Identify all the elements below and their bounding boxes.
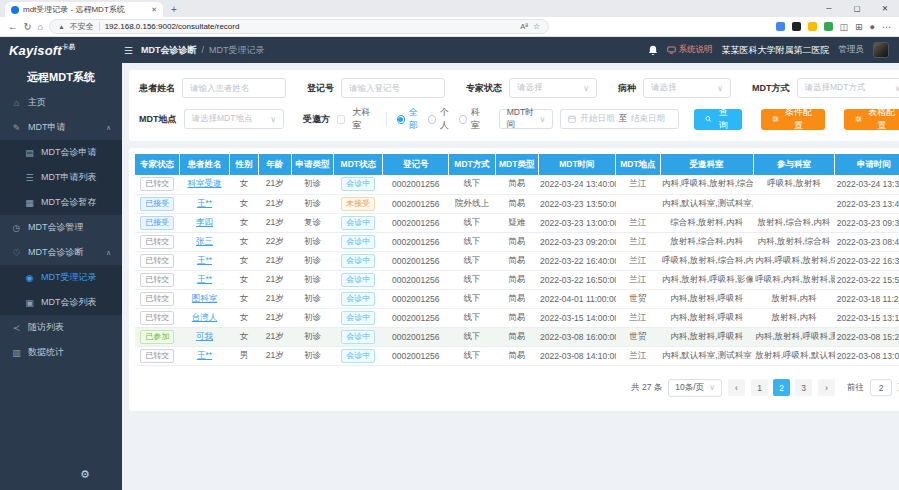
mdt-location-select[interactable]: 请选择MDT地点∨ [184,109,285,129]
registry-input[interactable] [341,78,445,98]
table-row[interactable]: 已接受 李四 女 21岁 复诊 会诊中 0002001256 线下 疑难 202… [135,213,899,232]
page-button-2[interactable]: 2 [773,379,790,396]
mdt-time-cell: 2022-03-23 09:20:00 [538,232,616,251]
tab-close-icon[interactable]: ✕ [151,6,157,14]
extension-icon[interactable] [824,22,833,31]
patient-name-input[interactable] [182,78,286,98]
patient-name-link[interactable]: 王** [197,255,212,265]
search-button[interactable]: 查询 [694,109,742,130]
patient-name-link[interactable]: 科室受邀 [188,178,222,188]
mdt-status-tag: 会诊中 [341,292,375,306]
more-menu-icon[interactable]: ⋯ [882,22,891,32]
table-row[interactable]: 已接受 王** 女 21岁 初诊 未接受 0002001256 院外线上 简易 … [135,194,899,213]
gender-cell: 女 [230,270,259,289]
registry-cell: 0002001256 [383,327,449,346]
user-avatar[interactable] [873,42,889,58]
expert-status-select[interactable]: 请选择∨ [509,78,597,98]
bell-icon[interactable] [648,45,658,56]
visit-type-cell: 初诊 [291,175,334,194]
sidebar-item-mdt-consult-manage[interactable]: ◷ MDT会诊管理 [0,215,122,240]
goto-label: 前往 [847,382,864,394]
extension-icon[interactable] [808,22,817,31]
window-maximize-button[interactable]: ▢ [843,0,871,17]
disease-select[interactable]: 请选择∨ [643,78,731,98]
condition-config-button[interactable]: 条件配置 [761,109,825,130]
window-close-button[interactable]: ✕ [871,0,899,17]
table-row[interactable]: 已转交 王** 男 21岁 初诊 会诊中 0002001256 线下 简易 20… [135,346,899,365]
page-size-select[interactable]: 10条/页∨ [668,379,722,397]
profile-avatar[interactable]: ● [870,22,875,32]
expert-status-tag: 已转交 [140,311,174,325]
patient-name-link[interactable]: 张三 [196,236,213,246]
sidebar-item-mdt-consult-apply[interactable]: ▤ MDT会诊申请 [0,140,122,165]
table-row[interactable]: 已转交 王** 女 21岁 初诊 会诊中 0002001256 线下 简易 20… [135,251,899,270]
big-dept-checkbox[interactable] [337,115,345,124]
prev-page-button[interactable]: ‹ [728,379,745,396]
apply-time-cell: 2022-03-15 13:16:26 [835,308,899,327]
date-range-picker[interactable]: 开始日期 至 结束日期 [560,109,678,129]
table-config-button[interactable]: 表格配置 [844,109,899,130]
patient-name-link[interactable]: 王** [197,350,212,360]
radio-个人[interactable] [428,115,436,124]
mdt-mode-cell: 线下 [449,175,496,194]
table-row[interactable]: 已转交 王** 女 21岁 初诊 会诊中 0002001256 线下 简易 20… [135,270,899,289]
system-note-link[interactable]: 系统说明 [667,44,713,56]
mdt-mode-select[interactable]: 请选择MDT方式∨ [797,78,899,98]
radio-全部[interactable] [397,115,405,124]
reload-icon[interactable]: ↻ [24,21,32,32]
address-bar[interactable]: ▲ 不安全 192.168.0.156:9002/consultate/reco… [49,19,549,34]
page-button-1[interactable]: 1 [751,379,768,396]
mdt-type-cell: 疑难 [495,213,538,232]
invited-depts-cell: 内科,放射科,呼吸科 [660,308,753,327]
settings-gear-icon[interactable]: ⚙ [80,468,90,481]
sidebar-item-mdt-consult-draft[interactable]: ▦ MDT会诊暂存 [0,190,122,215]
collections-icon[interactable]: ⊞ [855,22,863,32]
time-type-select[interactable]: MDT时间∨ [499,109,554,129]
table-row[interactable]: 已参加 可我 女 21岁 初诊 会诊中 0002001256 线下 简易 202… [135,327,899,346]
next-page-button[interactable]: › [818,379,835,396]
extension-icon[interactable] [776,22,785,31]
patient-name-link[interactable]: 台湾人 [192,312,218,322]
sidebar-item-mdt-apply[interactable]: ✎ MDT申请 ∧ [0,115,122,140]
sidebar-item-mdt-apply-list[interactable]: ☰ MDT申请列表 [0,165,122,190]
read-aloud-icon[interactable]: Aª [520,22,528,31]
sidebar-item-mdt-consult-diagnose[interactable]: ♡ MDT会诊诊断 ∧ [0,240,122,265]
age-cell: 21岁 [258,175,291,194]
sidebar-item-mdt-accept-record[interactable]: ◉ MDT受理记录 [0,265,122,290]
sidebar-item-followup-list[interactable]: ≺ 随访列表 [0,315,122,340]
tab-title: mdt受理记录 - 远程MDT系统 [23,4,147,15]
pagination: 共 27 条 10条/页∨ ‹ 123 › 前往 页 [135,366,899,405]
table-row[interactable]: 已转交 张三 女 22岁 初诊 会诊中 0002001256 线下 简易 202… [135,232,899,251]
patient-name-link[interactable]: 王** [197,198,212,208]
radio-科室[interactable] [459,115,467,124]
page-button-3[interactable]: 3 [795,379,812,396]
sidebar-item-data-stats[interactable]: ▥ 数据统计 [0,340,122,365]
patient-name-link[interactable]: 可我 [196,331,213,341]
sidebar-item-mdt-consult-list[interactable]: ▣ MDT会诊列表 [0,290,122,315]
table-row[interactable]: 已转交 图科室 女 21岁 初诊 会诊中 0002001256 线下 简易 20… [135,289,899,308]
patient-name-link[interactable]: 图科室 [192,293,218,303]
age-cell: 22岁 [258,232,291,251]
gender-cell: 女 [230,213,259,232]
home-icon[interactable]: ⌂ [37,21,43,32]
browser-tab[interactable]: mdt受理记录 - 远程MDT系统 ✕ [5,2,163,17]
extension-icon[interactable] [792,22,801,31]
favorite-star-icon[interactable]: ☆ [533,22,540,31]
patient-name-link[interactable]: 王** [197,274,212,284]
back-icon[interactable]: ← [8,21,18,32]
mdt-time-cell: 2022-04-01 11:00:00 [538,289,616,308]
new-tab-button[interactable]: + [171,4,177,17]
table-row[interactable]: 已转交 台湾人 女 21岁 初诊 会诊中 0002001256 线下 简易 20… [135,308,899,327]
not-secure-warning-icon: ▲ [58,23,64,30]
sidebar-item-home[interactable]: ⌂ 主页 [0,90,122,115]
sidebar-collapse-icon[interactable]: ☰ [124,45,133,56]
gender-cell: 女 [230,251,259,270]
visit-type-cell: 复诊 [291,213,334,232]
patient-name-link[interactable]: 李四 [196,217,213,227]
split-screen-icon[interactable]: ◫ [840,22,849,32]
column-header: MDT方式 [449,154,496,175]
mdt-time-cell: 2022-03-23 13:50:00 [538,194,616,213]
goto-page-input[interactable] [870,379,892,396]
table-row[interactable]: 已转交 科室受邀 女 21岁 初诊 会诊中 0002001256 线下 简易 2… [135,175,899,194]
window-minimize-button[interactable]: ─ [815,0,843,17]
